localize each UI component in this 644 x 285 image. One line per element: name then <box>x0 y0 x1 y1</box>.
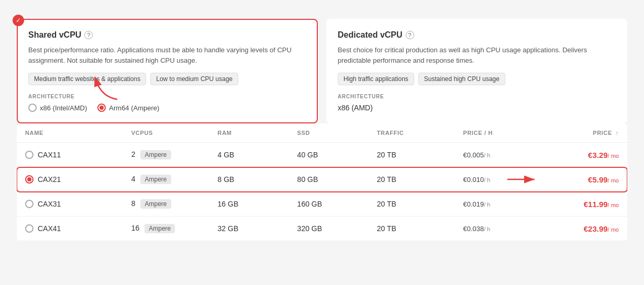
row-price-h-unit-2: / h <box>484 201 490 208</box>
row-price-mo-3: €23.99/ mo <box>584 224 619 233</box>
row-vcpus-1: 4 <box>131 175 136 183</box>
row-price-h-3: €0.038/ h <box>463 225 490 233</box>
row-price-h-cell-0: €0.005/ h <box>454 143 541 167</box>
row-ram-3: 32 GB <box>218 224 239 233</box>
row-ssd-cell-1: 80 GB <box>289 167 369 192</box>
row-price-h-unit-3: / h <box>484 226 490 232</box>
row-traffic-cell-2: 20 TB <box>369 192 455 216</box>
dedicated-vcpu-arch-label: ARCHITECTURE <box>338 94 616 99</box>
dedicated-vcpu-description: Best choice for critical production as w… <box>338 45 616 65</box>
row-price-mo-cell-0: €3.29/ mo <box>541 143 627 167</box>
col-header-price-h: PRICE / H <box>454 123 541 143</box>
dedicated-vcpu-title-text: Dedicated vCPU <box>338 30 403 40</box>
row-radio-outer-2[interactable] <box>25 200 34 208</box>
row-radio-2[interactable]: CAX31 <box>25 200 115 208</box>
row-price-mo-1: €5.99/ mo <box>588 175 619 184</box>
col-header-traffic: TRAFFIC <box>369 123 455 143</box>
row-price-h-0: €0.005/ h <box>463 151 490 159</box>
row-server-name-3: CAX41 <box>38 224 61 233</box>
col-header-ram: RAM <box>209 123 289 143</box>
row-server-name-0: CAX11 <box>38 151 61 159</box>
row-ssd-3: 320 GB <box>297 224 322 233</box>
row-vcpus-cell-1: 4 Ampere <box>123 167 209 192</box>
shared-vcpu-tag-0: Medium traffic websites & applications <box>28 73 146 85</box>
row-ssd-cell-0: 40 GB <box>289 143 369 167</box>
shared-vcpu-arch-options: x86 (Intel/AMD) Arm64 (Ampere) <box>28 104 306 112</box>
row-ssd-1: 80 GB <box>297 175 318 184</box>
row-vcpus-cell-3: 16 Ampere <box>123 216 209 241</box>
arch-option-arm64[interactable]: Arm64 (Ampere) <box>97 104 159 112</box>
col-header-vcpus: VCPUS <box>123 123 209 143</box>
row-radio-0[interactable]: CAX11 <box>25 151 115 159</box>
row-radio-3[interactable]: CAX41 <box>25 224 115 233</box>
ampere-badge-2: Ampere <box>140 199 171 209</box>
row-price-mo-cell-3: €23.99/ mo <box>541 216 627 241</box>
arch-radio-arm64-inner <box>99 106 104 110</box>
row-price-h-1: €0.010/ h <box>463 176 490 184</box>
arch-x86-label: x86 (Intel/AMD) <box>40 104 87 112</box>
row-ram-cell-2: 16 GB <box>209 192 289 216</box>
row-ssd-cell-2: 160 GB <box>289 192 369 216</box>
arch-option-x86[interactable]: x86 (Intel/AMD) <box>28 104 87 112</box>
row-ram-cell-1: 8 GB <box>209 167 289 192</box>
server-table-container: NAME VCPUS RAM SSD TRAFFIC <box>17 123 627 241</box>
ampere-badge-3: Ampere <box>145 224 175 233</box>
row-price-mo-cell-1: €5.99/ mo <box>541 167 627 192</box>
row-price-mo-unit-1: / mo <box>608 177 619 184</box>
shared-vcpu-tags: Medium traffic websites & applications L… <box>28 73 306 85</box>
dedicated-vcpu-architecture: ARCHITECTURE x86 (AMD) <box>338 94 616 112</box>
row-price-mo-unit-0: / mo <box>608 153 619 159</box>
row-price-h-cell-3: €0.038/ h <box>454 216 541 241</box>
row-price-h-cell-2: €0.019/ h <box>454 192 541 216</box>
shared-vcpu-description: Best price/performance ratio. Applicatio… <box>28 45 306 65</box>
shared-vcpu-help-icon[interactable]: ? <box>84 31 93 39</box>
row-ram-cell-3: 32 GB <box>209 216 289 241</box>
arch-arm64-label: Arm64 (Ampere) <box>109 104 159 112</box>
dedicated-vcpu-tags: High traffic applications Sustained high… <box>338 73 616 85</box>
row-vcpus-0: 2 <box>131 150 136 158</box>
table-row[interactable]: CAX31 8 Ampere16 GB160 GB20 TB€0.019/ h€… <box>17 192 627 216</box>
table-row[interactable]: CAX21 4 Ampere8 GB80 GB20 TB€0.010/ h €5… <box>17 167 627 192</box>
row-traffic-2: 20 TB <box>377 200 396 208</box>
row-ram-0: 4 GB <box>218 151 235 159</box>
row-price-mo-unit-2: / mo <box>608 202 619 208</box>
card-selected-check: ✓ <box>13 15 24 26</box>
row-name-cell-2: CAX31 <box>17 192 123 216</box>
row-price-mo-0: €3.29/ mo <box>588 151 619 159</box>
row-radio-1[interactable]: CAX21 <box>25 175 115 184</box>
row-vcpus-2: 8 <box>131 199 136 208</box>
arch-radio-x86[interactable] <box>28 104 37 112</box>
ampere-badge-1: Ampere <box>140 175 171 184</box>
row-radio-outer-3[interactable] <box>25 224 34 233</box>
row-radio-outer-1[interactable] <box>25 175 34 184</box>
row-ram-1: 8 GB <box>218 175 235 184</box>
dedicated-vcpu-card[interactable]: Dedicated vCPU ? Best choice for critica… <box>326 19 627 123</box>
row-vcpus-cell-2: 8 Ampere <box>123 192 209 216</box>
dedicated-vcpu-help-icon[interactable]: ? <box>406 31 414 39</box>
shared-vcpu-title: Shared vCPU ? <box>28 30 306 40</box>
row-traffic-cell-3: 20 TB <box>369 216 455 241</box>
row-traffic-3: 20 TB <box>377 224 396 233</box>
row-name-cell-0: CAX11 <box>17 143 123 167</box>
table-row[interactable]: CAX41 16 Ampere32 GB320 GB20 TB€0.038/ h… <box>17 216 627 241</box>
dedicated-vcpu-title: Dedicated vCPU ? <box>338 30 616 40</box>
ampere-badge-0: Ampere <box>140 150 171 159</box>
row-traffic-cell-0: 20 TB <box>369 143 455 167</box>
row-ram-2: 16 GB <box>218 200 239 208</box>
row-ram-cell-0: 4 GB <box>209 143 289 167</box>
table-header-row: NAME VCPUS RAM SSD TRAFFIC <box>17 123 627 143</box>
shared-vcpu-card[interactable]: ✓ Shared vCPU ? Best price/performance r… <box>17 19 318 123</box>
price-sort-icon: ↑ <box>616 130 619 136</box>
dedicated-vcpu-tag-0: High traffic applications <box>338 73 414 85</box>
row-arrow-icon-1 <box>507 172 539 187</box>
row-price-mo-unit-3: / mo <box>608 226 619 233</box>
row-radio-outer-0[interactable] <box>25 151 34 159</box>
table-row[interactable]: CAX11 2 Ampere4 GB40 GB20 TB€0.005/ h€3.… <box>17 143 627 167</box>
col-header-ssd: SSD <box>289 123 369 143</box>
shared-vcpu-tag-1: Low to medium CPU usage <box>150 73 238 85</box>
row-traffic-cell-1: 20 TB <box>369 167 455 192</box>
row-price-h-unit-0: / h <box>484 152 490 158</box>
row-traffic-1: 20 TB <box>377 175 396 184</box>
row-vcpus-cell-0: 2 Ampere <box>123 143 209 167</box>
arch-radio-arm64[interactable] <box>97 104 106 112</box>
